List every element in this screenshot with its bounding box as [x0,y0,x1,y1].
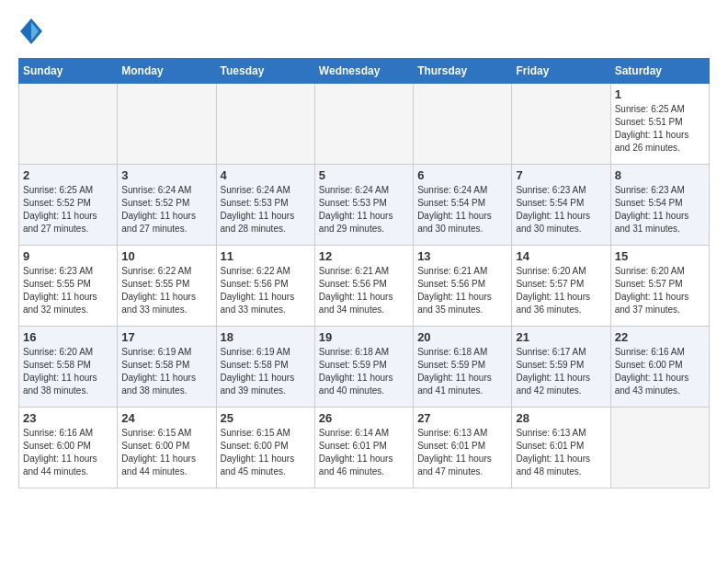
calendar-body: 1Sunrise: 6:25 AM Sunset: 5:51 PM Daylig… [19,84,710,488]
day-number: 26 [319,411,409,425]
day-info: Sunrise: 6:22 AM Sunset: 5:56 PM Dayligh… [221,265,311,316]
day-number: 13 [417,249,507,263]
day-info: Sunrise: 6:16 AM Sunset: 6:00 PM Dayligh… [23,427,113,478]
day-info: Sunrise: 6:19 AM Sunset: 5:58 PM Dayligh… [121,346,211,397]
calendar-cell: 12Sunrise: 6:21 AM Sunset: 5:56 PM Dayli… [314,246,413,327]
calendar-cell: 24Sunrise: 6:15 AM Sunset: 6:00 PM Dayli… [118,408,216,488]
logo-icon [20,18,42,44]
calendar-cell [512,84,610,165]
day-info: Sunrise: 6:18 AM Sunset: 5:59 PM Dayligh… [319,346,409,397]
calendar-cell: 20Sunrise: 6:18 AM Sunset: 5:59 PM Dayli… [414,327,512,408]
day-info: Sunrise: 6:21 AM Sunset: 5:56 PM Dayligh… [319,265,409,316]
calendar-cell [216,84,314,165]
calendar-cell: 8Sunrise: 6:23 AM Sunset: 5:54 PM Daylig… [610,165,709,246]
day-number: 6 [417,168,507,182]
day-info: Sunrise: 6:24 AM Sunset: 5:53 PM Dayligh… [221,184,311,236]
calendar-cell: 17Sunrise: 6:19 AM Sunset: 5:58 PM Dayli… [118,327,216,408]
day-number: 18 [221,330,311,344]
day-info: Sunrise: 6:13 AM Sunset: 6:01 PM Dayligh… [417,427,507,478]
calendar-week-row: 16Sunrise: 6:20 AM Sunset: 5:58 PM Dayli… [19,327,710,408]
day-info: Sunrise: 6:21 AM Sunset: 5:56 PM Dayligh… [417,265,507,316]
calendar-week-row: 9Sunrise: 6:23 AM Sunset: 5:55 PM Daylig… [19,246,710,327]
day-number: 3 [121,168,211,182]
calendar-week-row: 1Sunrise: 6:25 AM Sunset: 5:51 PM Daylig… [19,84,710,165]
day-number: 9 [23,249,113,263]
calendar-cell: 5Sunrise: 6:24 AM Sunset: 5:53 PM Daylig… [314,165,413,246]
calendar-cell [610,408,709,488]
day-info: Sunrise: 6:20 AM Sunset: 5:58 PM Dayligh… [23,346,113,397]
day-number: 11 [221,249,311,263]
calendar-cell: 28Sunrise: 6:13 AM Sunset: 6:01 PM Dayli… [512,408,610,488]
day-number: 1 [615,87,705,101]
day-number: 15 [615,249,705,263]
calendar-cell: 7Sunrise: 6:23 AM Sunset: 5:54 PM Daylig… [512,165,610,246]
calendar-cell: 2Sunrise: 6:25 AM Sunset: 5:52 PM Daylig… [19,165,118,246]
calendar-cell: 22Sunrise: 6:16 AM Sunset: 6:00 PM Dayli… [610,327,709,408]
day-info: Sunrise: 6:24 AM Sunset: 5:54 PM Dayligh… [417,184,507,236]
day-number: 24 [121,411,211,425]
calendar-cell [314,84,413,165]
day-info: Sunrise: 6:15 AM Sunset: 6:00 PM Dayligh… [221,427,311,478]
page-header [18,18,710,49]
day-info: Sunrise: 6:23 AM Sunset: 5:54 PM Dayligh… [516,184,606,236]
day-info: Sunrise: 6:25 AM Sunset: 5:51 PM Dayligh… [615,103,705,155]
calendar-cell: 1Sunrise: 6:25 AM Sunset: 5:51 PM Daylig… [610,84,709,165]
day-number: 17 [121,330,211,344]
calendar-cell: 15Sunrise: 6:20 AM Sunset: 5:57 PM Dayli… [610,246,709,327]
day-number: 14 [516,249,606,263]
day-number: 28 [516,411,606,425]
calendar-cell: 11Sunrise: 6:22 AM Sunset: 5:56 PM Dayli… [216,246,314,327]
day-info: Sunrise: 6:24 AM Sunset: 5:53 PM Dayligh… [319,184,409,236]
day-info: Sunrise: 6:17 AM Sunset: 5:59 PM Dayligh… [516,346,606,397]
calendar-table: SundayMondayTuesdayWednesdayThursdayFrid… [18,58,710,488]
calendar-cell: 18Sunrise: 6:19 AM Sunset: 5:58 PM Dayli… [216,327,314,408]
calendar-cell: 21Sunrise: 6:17 AM Sunset: 5:59 PM Dayli… [512,327,610,408]
day-info: Sunrise: 6:16 AM Sunset: 6:00 PM Dayligh… [615,346,705,397]
weekday-header-cell: Wednesday [314,59,413,84]
weekday-header-cell: Sunday [19,59,118,84]
calendar-cell: 27Sunrise: 6:13 AM Sunset: 6:01 PM Dayli… [414,408,512,488]
calendar-cell: 4Sunrise: 6:24 AM Sunset: 5:53 PM Daylig… [216,165,314,246]
day-number: 25 [221,411,311,425]
weekday-header-cell: Tuesday [216,59,314,84]
calendar-cell: 19Sunrise: 6:18 AM Sunset: 5:59 PM Dayli… [314,327,413,408]
day-number: 2 [23,168,113,182]
calendar-cell: 26Sunrise: 6:14 AM Sunset: 6:01 PM Dayli… [314,408,413,488]
calendar-cell: 10Sunrise: 6:22 AM Sunset: 5:55 PM Dayli… [118,246,216,327]
day-info: Sunrise: 6:22 AM Sunset: 5:55 PM Dayligh… [121,265,211,316]
calendar-cell: 9Sunrise: 6:23 AM Sunset: 5:55 PM Daylig… [19,246,118,327]
weekday-header-cell: Monday [118,59,216,84]
calendar-cell [19,84,118,165]
day-info: Sunrise: 6:24 AM Sunset: 5:52 PM Dayligh… [121,184,211,236]
weekday-header-row: SundayMondayTuesdayWednesdayThursdayFrid… [19,59,710,84]
weekday-header-cell: Friday [512,59,610,84]
day-info: Sunrise: 6:20 AM Sunset: 5:57 PM Dayligh… [615,265,705,316]
day-number: 22 [615,330,705,344]
day-info: Sunrise: 6:15 AM Sunset: 6:00 PM Dayligh… [121,427,211,478]
day-number: 4 [221,168,311,182]
calendar-cell [118,84,216,165]
weekday-header-cell: Saturday [610,59,709,84]
day-number: 8 [615,168,705,182]
day-number: 10 [121,249,211,263]
calendar-cell: 3Sunrise: 6:24 AM Sunset: 5:52 PM Daylig… [118,165,216,246]
day-number: 20 [417,330,507,344]
day-info: Sunrise: 6:23 AM Sunset: 5:55 PM Dayligh… [23,265,113,316]
day-info: Sunrise: 6:19 AM Sunset: 5:58 PM Dayligh… [221,346,311,397]
day-number: 23 [23,411,113,425]
day-info: Sunrise: 6:25 AM Sunset: 5:52 PM Dayligh… [23,184,113,236]
calendar-cell: 14Sunrise: 6:20 AM Sunset: 5:57 PM Dayli… [512,246,610,327]
day-info: Sunrise: 6:23 AM Sunset: 5:54 PM Dayligh… [615,184,705,236]
day-info: Sunrise: 6:18 AM Sunset: 5:59 PM Dayligh… [417,346,507,397]
calendar-cell: 16Sunrise: 6:20 AM Sunset: 5:58 PM Dayli… [19,327,118,408]
calendar-cell: 6Sunrise: 6:24 AM Sunset: 5:54 PM Daylig… [414,165,512,246]
calendar-cell: 23Sunrise: 6:16 AM Sunset: 6:00 PM Dayli… [19,408,118,488]
calendar-week-row: 23Sunrise: 6:16 AM Sunset: 6:00 PM Dayli… [19,408,710,488]
day-info: Sunrise: 6:20 AM Sunset: 5:57 PM Dayligh… [516,265,606,316]
day-number: 16 [23,330,113,344]
calendar-week-row: 2Sunrise: 6:25 AM Sunset: 5:52 PM Daylig… [19,165,710,246]
calendar-cell: 25Sunrise: 6:15 AM Sunset: 6:00 PM Dayli… [216,408,314,488]
logo [18,18,42,49]
day-number: 27 [417,411,507,425]
day-number: 7 [516,168,606,182]
